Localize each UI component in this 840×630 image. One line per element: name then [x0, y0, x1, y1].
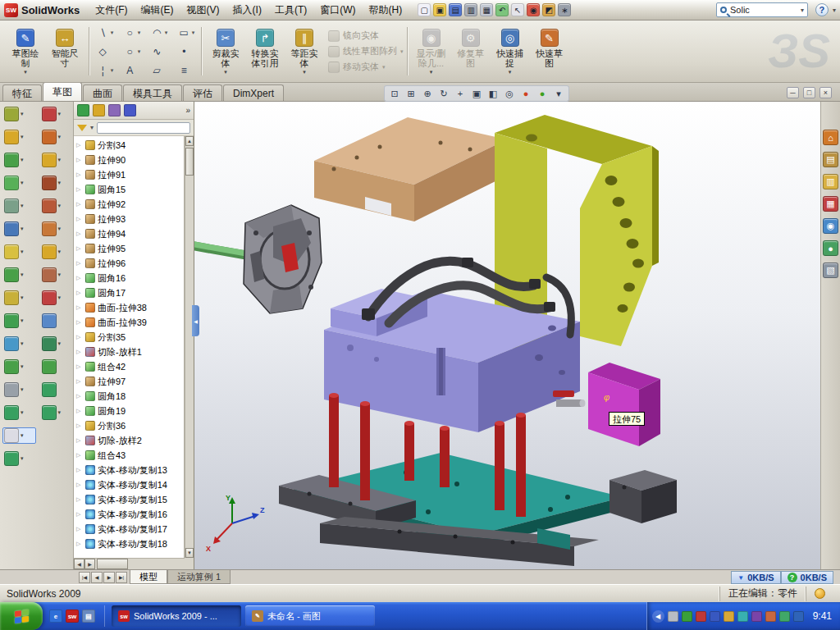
- tree-item[interactable]: ▷ 切除-放样1: [74, 345, 184, 359]
- panel-overflow-icon[interactable]: »: [185, 106, 190, 115]
- tray-icon-6[interactable]: [737, 611, 748, 622]
- tree-item[interactable]: ▷ 圆角15: [74, 182, 184, 197]
- expand-arrow-icon[interactable]: ▷: [76, 526, 83, 532]
- solidworks-quicklaunch-icon[interactable]: sw: [66, 609, 79, 623]
- display-style-icon[interactable]: ◧: [486, 87, 500, 100]
- tree-item[interactable]: ▷ 圆角18: [74, 389, 184, 404]
- centerline-tool[interactable]: ¦ ▾: [91, 61, 118, 80]
- propertymanager-tab-icon[interactable]: [93, 104, 105, 116]
- save-icon[interactable]: ▤: [449, 3, 462, 16]
- apply-scene-icon[interactable]: ●: [535, 87, 550, 100]
- view-palette-icon[interactable]: ▦: [823, 196, 838, 212]
- tree-item[interactable]: ▷ 曲面-拉伸38: [74, 300, 184, 315]
- task-button[interactable]: ✎ 未命名 - 画图: [245, 605, 375, 627]
- tree-item[interactable]: ▷ 拉伸93: [74, 212, 184, 226]
- trim-tool-icon[interactable]: ▾: [2, 336, 36, 352]
- expand-arrow-icon[interactable]: ▷: [76, 422, 83, 429]
- equation-tool[interactable]: ≡ ▾: [172, 61, 199, 80]
- tree-item[interactable]: ▷ 曲面-拉伸39: [74, 315, 184, 330]
- expand-arrow-icon[interactable]: ▷: [76, 496, 83, 503]
- tree-item[interactable]: ▷ 实体-移动/复制13: [74, 463, 184, 477]
- internet-icon[interactable]: ●: [823, 240, 838, 256]
- command-tab[interactable]: DimXpert: [223, 84, 284, 101]
- display-delete-relations-button[interactable]: ◉ 显示/删除几... ▾: [412, 27, 451, 75]
- expand-arrow-icon[interactable]: ▷: [76, 511, 83, 518]
- stretch-entities-icon[interactable]: ▾: [40, 221, 74, 237]
- tray-icon-5[interactable]: [724, 611, 734, 622]
- tree-item[interactable]: ▷ 拉伸91: [74, 167, 184, 182]
- tree-item[interactable]: ▷ 分割34: [74, 138, 184, 153]
- tree-item[interactable]: ▷ 实体-移动/复制15: [74, 492, 184, 507]
- expand-arrow-icon[interactable]: ▷: [76, 201, 83, 208]
- options-icon[interactable]: ∗: [558, 3, 571, 16]
- print-icon[interactable]: ▥: [464, 3, 477, 16]
- featuremanager-tab-icon[interactable]: [77, 104, 89, 116]
- expand-arrow-icon[interactable]: ▷: [76, 186, 83, 193]
- color-swatch-icon[interactable]: ◩: [542, 3, 555, 16]
- task-button[interactable]: sw SolidWorks 2009 - ...: [112, 605, 241, 627]
- split-entities-icon[interactable]: ▾: [40, 267, 74, 283]
- start-button[interactable]: [0, 602, 43, 630]
- meter-help-icon[interactable]: ?: [788, 573, 797, 582]
- circle-tool[interactable]: ○ ▾: [118, 23, 145, 42]
- construction-geometry-icon[interactable]: ▾: [2, 381, 36, 398]
- home-icon[interactable]: ⌂: [823, 130, 838, 145]
- zoom-in-out-icon[interactable]: ⊕: [420, 87, 435, 100]
- tree-item[interactable]: ▷ 切除-放样2: [74, 433, 184, 448]
- edit-appearance-icon[interactable]: ●: [518, 87, 533, 100]
- command-tab[interactable]: 草图: [43, 82, 82, 101]
- scrollbar-thumb[interactable]: [185, 148, 194, 176]
- pattern-tool-icon[interactable]: ▾: [2, 221, 36, 237]
- copy-entities-icon[interactable]: ▾: [40, 175, 74, 191]
- show-desktop-icon[interactable]: ▤: [82, 609, 95, 623]
- rectangle-tool[interactable]: ▭ ▾: [172, 23, 199, 42]
- polygon-tool[interactable]: ◇ ▾: [91, 42, 118, 61]
- configurationmanager-tab-icon[interactable]: [108, 104, 121, 116]
- pan-view-icon[interactable]: +: [453, 87, 468, 100]
- spline-tool[interactable]: ∿ ▾: [145, 42, 172, 61]
- tree-item[interactable]: ▷ 圆角16: [74, 271, 184, 285]
- new-document-icon[interactable]: ▢: [418, 3, 431, 16]
- expand-arrow-icon[interactable]: ▷: [76, 319, 83, 326]
- expand-arrow-icon[interactable]: ▷: [76, 304, 83, 311]
- design-library-icon[interactable]: ▤: [823, 152, 838, 167]
- revolve-tool-icon[interactable]: ▾: [2, 175, 36, 191]
- erase-entities-icon[interactable]: ▾: [40, 290, 74, 306]
- offset-tool-icon[interactable]: ▾: [2, 358, 36, 375]
- rotate-view-icon[interactable]: ↻: [436, 87, 451, 100]
- tray-icon-1[interactable]: [668, 611, 678, 622]
- rebuild-icon[interactable]: ◉: [527, 3, 540, 16]
- expand-arrow-icon[interactable]: ▷: [76, 171, 83, 178]
- shell-tool-icon[interactable]: ▾: [2, 313, 36, 329]
- scroll-down-icon[interactable]: ▼: [185, 548, 194, 558]
- menu-item[interactable]: 帮助(H): [363, 0, 409, 21]
- dimension-tool-icon[interactable]: ▾: [2, 129, 36, 145]
- spline-tool-icon[interactable]: ▾: [2, 404, 36, 421]
- tree-item[interactable]: ▷ 拉伸95: [74, 241, 184, 256]
- tree-item[interactable]: ▷ 圆角17: [74, 285, 184, 300]
- expand-arrow-icon[interactable]: ▷: [76, 245, 83, 252]
- print-preview-icon[interactable]: ▦: [480, 3, 493, 16]
- mirror-entities-icon[interactable]: ▾: [40, 106, 74, 122]
- convert-entities-button[interactable]: ↱ 转换实体引用 ▾: [245, 27, 285, 75]
- sheet-nav-button[interactable]: ▶: [103, 572, 115, 583]
- expand-arrow-icon[interactable]: ▷: [76, 157, 83, 163]
- hide-show-items-icon[interactable]: ◎: [502, 87, 517, 100]
- open-icon[interactable]: ▣: [433, 3, 446, 16]
- custom-properties-icon[interactable]: ▧: [823, 262, 838, 278]
- search-input[interactable]: Solic ▾: [716, 2, 808, 17]
- file-explorer-icon[interactable]: ▥: [823, 174, 838, 189]
- spline-handle-icon[interactable]: ▾: [40, 381, 74, 398]
- scroll-left-icon[interactable]: ◀: [74, 559, 84, 569]
- scroll-right-icon[interactable]: ▶: [84, 559, 95, 569]
- panel-splitter-handle[interactable]: ◀: [192, 305, 199, 336]
- expand-arrow-icon[interactable]: ▷: [76, 334, 83, 340]
- tree-item[interactable]: ▷ 实体-移动/复制14: [74, 477, 184, 492]
- arc-tool[interactable]: ◠ ▾: [145, 23, 172, 42]
- rotate-entities-icon[interactable]: ▾: [40, 129, 74, 145]
- zoom-fit-icon[interactable]: ⊡: [387, 87, 402, 100]
- text-tool[interactable]: A ▾: [118, 61, 145, 80]
- top-clamp-plate[interactable]: [314, 117, 507, 221]
- intersect-tool-icon[interactable]: ▾: [40, 358, 74, 375]
- quick-tips-icon[interactable]: [815, 588, 825, 599]
